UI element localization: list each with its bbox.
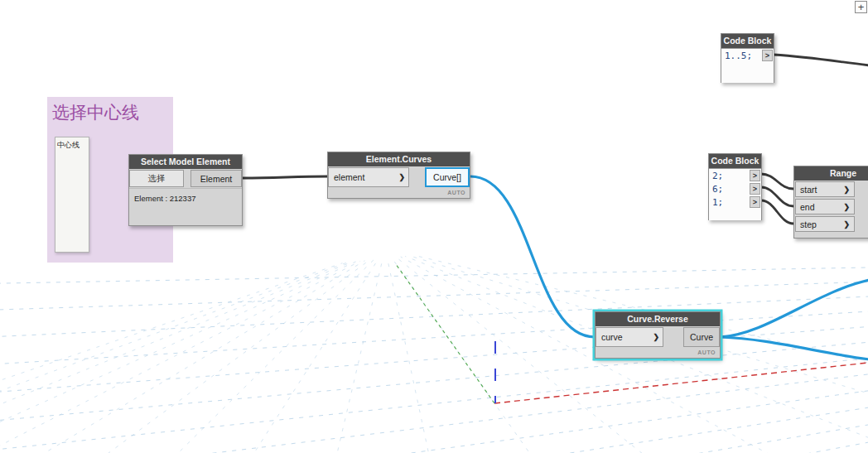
port-label: Curve[] bbox=[433, 172, 461, 182]
node-header-select-model-element[interactable]: Select Model Element bbox=[129, 155, 242, 169]
output-port-curve-array[interactable]: Curve[] bbox=[425, 167, 470, 187]
wire-reverse-out-lower[interactable] bbox=[721, 337, 868, 359]
x-axis-red bbox=[494, 363, 868, 403]
port-chevron-icon: ❯ bbox=[653, 333, 659, 341]
wire-codeblock-to-range-step[interactable] bbox=[761, 200, 793, 224]
port-label: curve bbox=[601, 332, 623, 342]
perspective-grid bbox=[0, 255, 868, 453]
lacing-label: AUTO bbox=[328, 188, 470, 198]
input-port-end[interactable]: end ❯ bbox=[795, 199, 855, 214]
group-title[interactable]: 选择中心线 bbox=[47, 97, 173, 126]
code-line-text[interactable]: 6; bbox=[709, 184, 723, 195]
wire-codeblock-to-range-end[interactable] bbox=[761, 187, 793, 206]
input-port-start[interactable]: start ❯ bbox=[795, 181, 855, 197]
wire-select-to-curves[interactable] bbox=[243, 176, 328, 178]
port-label: element bbox=[334, 172, 364, 182]
output-port-chevron[interactable]: > bbox=[750, 183, 760, 195]
node-header-range[interactable]: Range bbox=[794, 166, 868, 181]
port-chevron-icon: ❯ bbox=[843, 220, 850, 229]
node-element-curves[interactable]: Element.Curves element ❯ Curve[] AUTO bbox=[327, 152, 470, 199]
code-line-text[interactable]: 2; bbox=[709, 171, 723, 181]
port-chevron-icon: ❯ bbox=[843, 203, 850, 211]
wire-codeblock-to-range-start[interactable] bbox=[761, 174, 793, 189]
code-line-text[interactable]: 1; bbox=[709, 197, 723, 208]
input-port-element-curves[interactable]: element ❯ bbox=[328, 167, 409, 187]
port-label: step bbox=[800, 219, 817, 229]
output-port-curve[interactable]: Curve bbox=[683, 327, 720, 347]
wire-curves-to-reverse[interactable] bbox=[470, 176, 595, 337]
lacing-label: AUTO bbox=[596, 348, 720, 358]
port-chevron-icon: ❯ bbox=[398, 173, 405, 181]
output-port-chevron[interactable]: > bbox=[762, 50, 773, 61]
note-label: 中心线 bbox=[57, 141, 80, 149]
dynamo-canvas[interactable]: 选择中心线 中心线 Select Model Element 选择 Elemen… bbox=[0, 0, 868, 453]
node-select-model-element[interactable]: Select Model Element 选择 Element Element … bbox=[128, 154, 243, 226]
node-range[interactable]: Range start ❯ end ❯ step ❯ bbox=[793, 166, 868, 239]
port-label: end bbox=[800, 202, 815, 212]
node-code-block-top[interactable]: Code Block 1..5; > bbox=[721, 33, 774, 83]
wire-reverse-out-upper[interactable] bbox=[721, 280, 868, 337]
port-chevron-icon: ❯ bbox=[843, 186, 850, 194]
node-header-code-block-top[interactable]: Code Block bbox=[721, 34, 774, 48]
node-code-block-right[interactable]: Code Block 2; > 6; > 1; > bbox=[708, 153, 762, 220]
node-header-code-block-right[interactable]: Code Block bbox=[709, 154, 761, 168]
node-curve-reverse[interactable]: Curve.Reverse curve ❯ Curve AUTO bbox=[595, 311, 721, 359]
y-axis-green bbox=[396, 264, 494, 403]
input-port-step[interactable]: step ❯ bbox=[795, 216, 855, 232]
selected-element-value: Element : 212337 bbox=[129, 188, 242, 225]
port-label: start bbox=[800, 185, 817, 195]
input-port-curve[interactable]: curve ❯ bbox=[596, 327, 663, 347]
node-header-element-curves[interactable]: Element.Curves bbox=[328, 152, 470, 166]
select-button[interactable]: 选择 bbox=[129, 170, 184, 187]
output-port-element[interactable]: Element bbox=[190, 170, 242, 187]
wire-codeblock-top-out[interactable] bbox=[774, 55, 868, 65]
zoom-in-button[interactable]: + bbox=[855, 1, 867, 13]
note-node-centerline[interactable]: 中心线 bbox=[55, 137, 89, 253]
output-port-chevron[interactable]: > bbox=[750, 170, 760, 181]
output-port-chevron[interactable]: > bbox=[750, 196, 760, 208]
node-header-curve-reverse[interactable]: Curve.Reverse bbox=[596, 312, 720, 326]
code-line-text[interactable]: 1..5; bbox=[721, 51, 752, 61]
